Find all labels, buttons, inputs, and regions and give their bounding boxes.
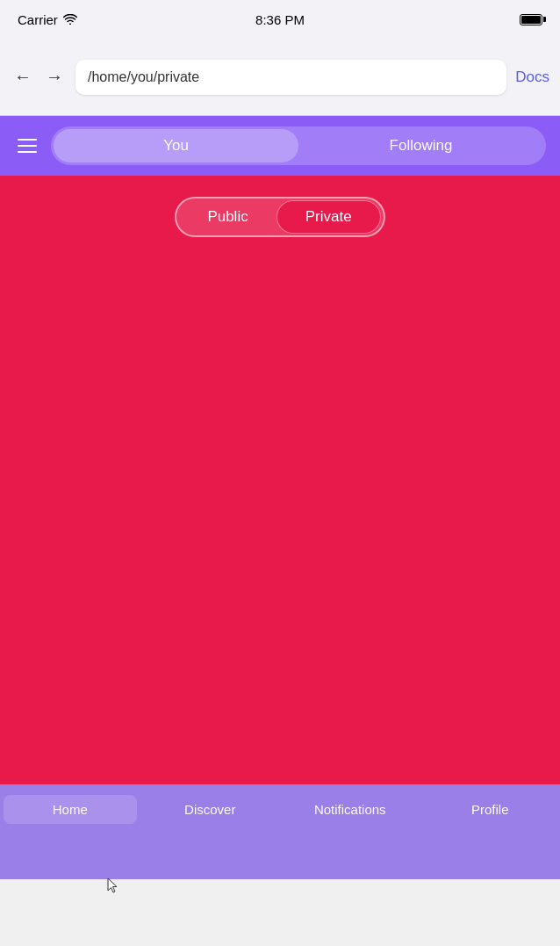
docs-button[interactable]: Docs [515, 69, 549, 86]
content-toggle: Public Private [175, 197, 384, 237]
back-button[interactable]: ← [11, 63, 35, 90]
profile-tab-label: Profile [471, 802, 509, 817]
nav-buttons: ← → [11, 63, 67, 90]
status-time: 8:36 PM [255, 12, 305, 27]
bottom-tab-home[interactable]: Home [0, 795, 140, 824]
url-input[interactable] [75, 60, 506, 95]
forward-button[interactable]: → [42, 63, 67, 90]
tab-public[interactable]: Public [179, 200, 276, 234]
battery-fill [521, 16, 541, 24]
tab-private[interactable]: Private [276, 200, 381, 234]
notifications-tab-label: Notifications [314, 802, 386, 817]
status-bar-left: Carrier [18, 12, 77, 27]
nav-bar: You Following [0, 116, 560, 176]
status-bar-right [520, 14, 542, 25]
main-content: Public Private [0, 176, 560, 784]
bottom-tab-profile[interactable]: Profile [420, 795, 561, 824]
hamburger-line-1 [18, 139, 37, 141]
tab-following[interactable]: Following [298, 129, 543, 162]
status-bar: Carrier 8:36 PM [0, 0, 560, 39]
hamburger-line-2 [18, 145, 37, 147]
cursor [107, 877, 118, 893]
browser-bar: ← → Docs [0, 39, 560, 116]
discover-tab-label: Discover [184, 802, 235, 817]
hamburger-line-3 [18, 151, 37, 153]
tab-you[interactable]: You [54, 129, 298, 162]
wifi-icon [63, 12, 77, 27]
tab-switcher: You Following [51, 126, 546, 165]
hamburger-button[interactable] [14, 135, 40, 156]
home-tab-label: Home [53, 802, 88, 817]
carrier-label: Carrier [18, 12, 58, 27]
bottom-tab-discover[interactable]: Discover [140, 795, 281, 824]
battery-icon [520, 14, 542, 25]
bottom-tab-bar: Home Discover Notifications Profile [0, 784, 560, 879]
bottom-tab-notifications[interactable]: Notifications [280, 795, 420, 824]
